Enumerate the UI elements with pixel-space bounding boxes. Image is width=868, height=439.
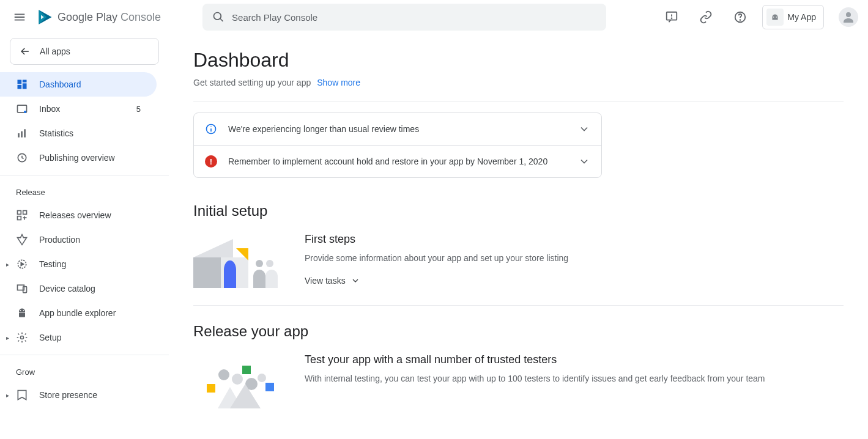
sidebar-item-inbox[interactable]: Inbox 5 [0,97,157,121]
link-button[interactable] [694,5,718,29]
nav-release: Releases overview Production ▸ Testing D… [0,203,169,350]
nav-divider [0,175,169,175]
header-actions: My App [659,5,858,29]
svg-rect-20 [18,216,21,220]
play-console-logo[interactable]: Google Play Console [37,9,161,26]
notice-warning[interactable]: ! Remember to implement account hold and… [194,145,601,177]
all-apps-button[interactable]: All apps [10,38,159,65]
show-more-link[interactable]: Show more [317,78,360,87]
search-icon [212,11,224,23]
test-app-body: Test your app with a small number of tru… [305,353,765,408]
main-content: Dashboard Get started setting up your ap… [169,34,868,439]
first-steps-card: First steps Provide some information abo… [193,233,844,288]
account-avatar[interactable] [839,7,858,27]
sidebar-item-app-bundle-explorer[interactable]: App bundle explorer [0,301,157,325]
caret-right-icon: ▸ [4,334,11,341]
devices-icon [16,282,28,295]
sidebar-label: Setup [39,333,62,342]
feedback-button[interactable] [659,5,684,29]
first-steps-illustration [193,233,285,288]
releases-icon [16,209,28,221]
svg-point-36 [266,260,273,267]
chevron-down-icon [578,123,590,135]
nav-grow: ▸ Store presence [0,383,169,407]
svg-rect-11 [18,85,22,89]
svg-rect-16 [24,129,26,137]
hamburger-menu-button[interactable] [7,5,32,29]
search-box[interactable] [202,4,606,31]
sidebar-item-statistics[interactable]: Statistics [0,121,157,146]
inbox-icon [16,103,28,115]
first-steps-desc: Provide some information about your app … [305,252,568,265]
section-initial-setup: Initial setup [193,202,844,220]
warning-icon: ! [205,155,217,168]
header: Google Play Console My App [0,0,868,34]
sidebar-label: Device catalog [39,284,95,293]
chevron-down-icon [351,276,360,286]
app-selector-chip[interactable]: My App [762,5,824,29]
avatar-icon [841,10,856,24]
svg-point-40 [218,369,229,380]
nav-section-grow: Grow [0,360,169,383]
sidebar-item-device-catalog[interactable]: Device catalog [0,276,157,301]
sidebar: All apps Dashboard Inbox 5 Statistics Pu… [0,34,169,439]
test-app-desc: With internal testing, you can test your… [305,372,765,385]
test-app-card: Test your app with a small number of tru… [193,353,844,408]
sidebar-label: Store presence [39,390,97,400]
svg-point-5 [773,17,774,18]
svg-point-7 [846,12,851,17]
sidebar-item-setup[interactable]: ▸ Setup [0,325,157,350]
first-steps-title: First steps [305,233,568,246]
inbox-count-badge: 5 [136,105,141,114]
svg-rect-15 [21,131,23,138]
search-wrap [202,4,606,31]
page-subtitle: Get started setting up your app [193,78,311,87]
svg-rect-37 [207,384,215,393]
svg-point-41 [232,374,243,385]
divider [193,305,844,306]
help-button[interactable] [728,5,752,29]
svg-point-24 [20,310,21,311]
sidebar-item-production[interactable]: Production [0,227,157,252]
all-apps-label: All apps [40,46,70,56]
divider [193,101,844,101]
hamburger-icon [13,10,26,24]
feedback-icon [665,10,678,24]
sidebar-item-store-presence[interactable]: ▸ Store presence [0,383,157,407]
caret-right-icon: ▸ [4,392,11,399]
sidebar-item-publishing-overview[interactable]: Publishing overview [0,146,157,170]
search-input[interactable] [232,12,596,23]
sidebar-item-testing[interactable]: ▸ Testing [0,252,157,276]
sidebar-label: Dashboard [39,79,81,89]
svg-point-6 [776,17,777,18]
android-icon [766,9,784,26]
sidebar-item-dashboard[interactable]: Dashboard [0,72,157,97]
testing-icon [16,258,28,270]
svg-rect-26 [19,312,25,317]
svg-point-35 [256,260,263,267]
view-tasks-button[interactable]: View tasks [305,276,568,286]
sidebar-item-releases-overview[interactable]: Releases overview [0,203,157,227]
svg-rect-19 [23,211,27,215]
notice-stack: We're experiencing longer than usual rev… [193,113,602,178]
section-release-your-app: Release your app [193,323,844,340]
link-icon [699,10,713,24]
nav-section-release: Release [0,180,169,203]
svg-rect-14 [18,133,20,138]
dashboard-icon [16,78,28,90]
sidebar-label: Publishing overview [39,153,115,163]
info-icon [205,123,217,135]
logo-text: Google Play Console [57,11,161,24]
svg-rect-39 [265,383,274,391]
svg-point-30 [210,126,212,127]
svg-point-27 [21,336,24,339]
svg-point-43 [258,374,266,382]
svg-marker-31 [193,239,233,257]
svg-point-2 [672,18,672,18]
app-chip-label: My App [787,12,816,22]
publishing-icon [16,152,28,164]
svg-rect-32 [193,257,221,288]
notice-info[interactable]: We're experiencing longer than usual rev… [194,113,601,145]
page-subtitle-row: Get started setting up your app Show mor… [193,78,844,87]
svg-rect-18 [18,211,21,215]
